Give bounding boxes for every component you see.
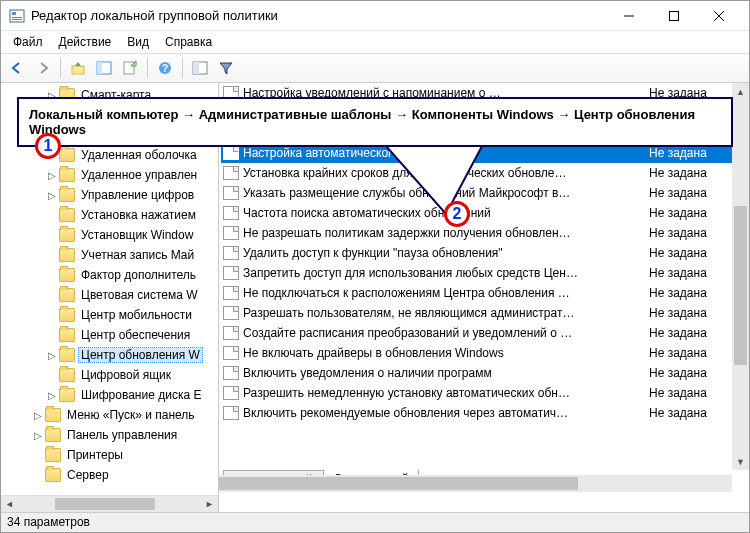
toolbar: ? xyxy=(1,53,749,83)
tree-item-label: Удаленная оболочка xyxy=(79,148,199,162)
menu-view[interactable]: Вид xyxy=(119,33,157,51)
tree-item[interactable]: ▷Панель управления xyxy=(1,425,218,445)
filter-button[interactable] xyxy=(214,56,238,80)
tree-item[interactable]: Центр обеспечения xyxy=(1,325,218,345)
expander-icon[interactable]: ▷ xyxy=(45,170,59,181)
tree-item-label: Фактор дополнитель xyxy=(79,268,198,282)
expander-icon[interactable]: ▷ xyxy=(31,410,45,421)
policy-row[interactable]: Запретить доступ для использования любых… xyxy=(221,263,749,283)
policy-row[interactable]: Включить уведомления о наличии программН… xyxy=(221,363,749,383)
tree-item[interactable]: ▷Управление цифров xyxy=(1,185,218,205)
tree-item[interactable]: ▷Удаленное управлен xyxy=(1,165,218,185)
policy-name: Не включать драйверы в обновления Window… xyxy=(243,346,649,360)
back-button[interactable] xyxy=(5,56,29,80)
tree-item[interactable]: Установка нажатием xyxy=(1,205,218,225)
tree-item[interactable]: ▷Центр обновления W xyxy=(1,345,218,365)
policy-row[interactable]: Создайте расписания преобразований и уве… xyxy=(221,323,749,343)
tree-item-label: Учетная запись Май xyxy=(79,248,196,262)
tree-item-label: Принтеры xyxy=(65,448,125,462)
tree-item-label: Установка нажатием xyxy=(79,208,198,222)
folder-icon xyxy=(59,248,75,262)
folder-icon xyxy=(45,468,61,482)
svg-rect-0 xyxy=(10,10,24,22)
policy-row[interactable]: Включить рекомендуемые обновления через … xyxy=(221,403,749,423)
policy-icon xyxy=(223,346,239,360)
annotation-badge-2: 2 xyxy=(444,201,470,227)
svg-rect-1 xyxy=(12,12,16,15)
folder-icon xyxy=(59,188,75,202)
annotation-badge-1: 1 xyxy=(35,133,61,159)
folder-icon xyxy=(59,328,75,342)
svg-rect-2 xyxy=(12,17,22,18)
tree-item-label: Сервер xyxy=(65,468,111,482)
tree-item-label: Центр мобильности xyxy=(79,308,194,322)
maximize-button[interactable] xyxy=(651,1,696,31)
show-hide-tree-button[interactable] xyxy=(92,56,116,80)
svg-rect-10 xyxy=(97,62,102,74)
menu-help[interactable]: Справка xyxy=(157,33,220,51)
policy-row[interactable]: Не включать драйверы в обновления Window… xyxy=(221,343,749,363)
policy-icon xyxy=(223,146,239,160)
svg-rect-15 xyxy=(193,62,199,74)
tree-item-label: Центр обеспечения xyxy=(79,328,192,342)
detail-vertical-scrollbar[interactable]: ▲ ▼ xyxy=(732,83,749,470)
policy-row[interactable]: Удалить доступ к функции "пауза обновлен… xyxy=(221,243,749,263)
close-button[interactable] xyxy=(696,1,741,31)
policy-row[interactable]: Разрешить немедленную установку автомати… xyxy=(221,383,749,403)
policy-name: Запретить доступ для использования любых… xyxy=(243,266,649,280)
policy-icon xyxy=(223,246,239,260)
policy-icon xyxy=(223,326,239,340)
tree-item[interactable]: Установщик Window xyxy=(1,225,218,245)
expander-icon[interactable]: ▷ xyxy=(45,190,59,201)
detail-horizontal-scrollbar[interactable] xyxy=(219,475,732,492)
svg-rect-3 xyxy=(12,19,22,20)
tree-item-label: Установщик Window xyxy=(79,228,195,242)
minimize-button[interactable] xyxy=(606,1,651,31)
folder-icon xyxy=(59,348,75,362)
policy-name: Разрешить немедленную установку автомати… xyxy=(243,386,649,400)
tree-item[interactable]: ▷Меню «Пуск» и панель xyxy=(1,405,218,425)
svg-rect-5 xyxy=(669,11,678,20)
tree-item-label: Центр обновления W xyxy=(79,348,202,362)
svg-rect-8 xyxy=(72,66,84,74)
menu-action[interactable]: Действие xyxy=(51,33,120,51)
expander-icon[interactable]: ▷ xyxy=(31,430,45,441)
folder-icon xyxy=(59,368,75,382)
policy-name: Включить уведомления о наличии программ xyxy=(243,366,649,380)
app-icon xyxy=(9,8,25,24)
tree-horizontal-scrollbar[interactable]: ◄ ► xyxy=(1,495,218,512)
policy-name: Создайте расписания преобразований и уве… xyxy=(243,326,649,340)
expander-icon[interactable]: ▷ xyxy=(45,350,59,361)
policy-icon xyxy=(223,306,239,320)
policy-row[interactable]: Разрешать пользователям, не являющимся а… xyxy=(221,303,749,323)
folder-icon xyxy=(59,268,75,282)
policy-icon xyxy=(223,406,239,420)
tree-item[interactable]: Центр мобильности xyxy=(1,305,218,325)
forward-button[interactable] xyxy=(31,56,55,80)
tree-item[interactable]: ▷Шифрование диска E xyxy=(1,385,218,405)
window-title: Редактор локальной групповой политики xyxy=(31,8,606,23)
export-button[interactable] xyxy=(118,56,142,80)
statusbar: 34 параметров xyxy=(1,512,749,532)
tree-item[interactable]: Принтеры xyxy=(1,445,218,465)
tree-item-label: Цифровой ящик xyxy=(79,368,173,382)
menu-file[interactable]: Файл xyxy=(5,33,51,51)
policy-icon xyxy=(223,266,239,280)
extended-view-button[interactable] xyxy=(188,56,212,80)
breadcrumb-callout: Локальный компьютер → Административные ш… xyxy=(17,97,733,147)
help-button[interactable]: ? xyxy=(153,56,177,80)
expander-icon[interactable]: ▷ xyxy=(45,390,59,401)
policy-icon xyxy=(223,286,239,300)
tree-item-label: Меню «Пуск» и панель xyxy=(65,408,197,422)
tree-item[interactable]: Удаленная оболочка xyxy=(1,145,218,165)
folder-icon xyxy=(59,148,75,162)
tree-item[interactable]: Цифровой ящик xyxy=(1,365,218,385)
policy-row[interactable]: Не разрешать политикам задержки получени… xyxy=(221,223,749,243)
tree-item[interactable]: Фактор дополнитель xyxy=(1,265,218,285)
tree-item[interactable]: Цветовая система W xyxy=(1,285,218,305)
tree-item[interactable]: Учетная запись Май xyxy=(1,245,218,265)
titlebar: Редактор локальной групповой политики xyxy=(1,1,749,31)
tree-item[interactable]: Сервер xyxy=(1,465,218,485)
policy-row[interactable]: Не подключаться к расположениям Центра о… xyxy=(221,283,749,303)
up-button[interactable] xyxy=(66,56,90,80)
